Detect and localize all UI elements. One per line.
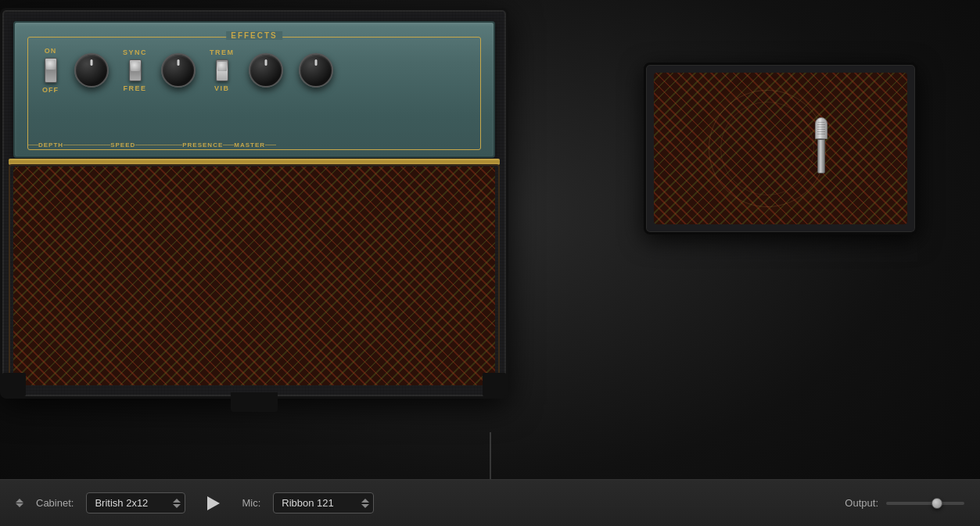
output-slider-thumb[interactable] (932, 498, 942, 509)
off-label: OFF (42, 86, 59, 94)
grille-area (13, 166, 495, 385)
corner-piece-right (483, 373, 506, 396)
output-slider[interactable] (886, 502, 964, 505)
on-off-group: ON OFF (36, 47, 59, 94)
mic-head (815, 117, 827, 139)
depth-label: DEPTH (38, 141, 63, 148)
output-area: Output: (845, 497, 964, 509)
vib-label: VIB (214, 84, 230, 92)
amp-body: EFFECTS ON OFF (0, 8, 508, 399)
play-icon (207, 496, 220, 510)
cabinet-stepper-down[interactable] (16, 503, 23, 507)
microphone[interactable] (814, 117, 828, 180)
master-knob[interactable] (299, 53, 333, 88)
on-label: ON (45, 47, 57, 55)
depth-knob[interactable] (74, 53, 109, 88)
mic-select-wrapper[interactable]: Ribbon 121Condenser 87Dynamic 57Condense… (273, 492, 374, 513)
free-label: FREE (124, 84, 147, 92)
trem-vib-group: TREM VIB (210, 48, 235, 92)
sync-free-group: SYNC FREE (123, 48, 147, 92)
speaker-cone-inner (720, 102, 814, 195)
corner-piece-left (2, 373, 26, 396)
effects-title: EFFECTS (226, 31, 282, 40)
play-button[interactable] (204, 494, 223, 513)
trem-label: TREM (210, 48, 235, 56)
amp-unit: EFFECTS ON OFF (0, 0, 516, 414)
sync-label: SYNC (123, 48, 147, 56)
cabinet-select[interactable]: British 2x12American 1x12British 4x12Ame… (86, 492, 185, 513)
mic-position-line (490, 432, 490, 479)
master-label: MASTER (234, 141, 265, 148)
effects-section: EFFECTS ON OFF (27, 37, 481, 150)
mic-label: Mic: (242, 497, 260, 509)
trem-toggle[interactable] (216, 59, 228, 81)
control-panel: EFFECTS ON OFF (13, 21, 495, 158)
small-cabinet (644, 63, 917, 234)
speed-label: SPEED (110, 141, 135, 148)
cabinet-label: Cabinet: (36, 497, 74, 509)
output-label: Output: (845, 497, 878, 509)
mic-select[interactable]: Ribbon 121Condenser 87Dynamic 57Condense… (273, 492, 374, 513)
presence-knob[interactable] (249, 53, 283, 88)
small-cabinet-body (644, 63, 917, 234)
bottom-bar: Cabinet: British 2x12American 1x12Britis… (0, 479, 980, 526)
cabinet-stepper[interactable] (16, 499, 23, 507)
speed-knob[interactable] (161, 53, 196, 88)
sync-toggle[interactable] (129, 59, 142, 81)
presence-label: PRESENCE (182, 141, 223, 148)
cabinet-stepper-up[interactable] (16, 499, 23, 503)
on-off-toggle[interactable] (45, 58, 57, 83)
grille-fabric (13, 166, 495, 385)
bottom-section-labels: DEPTH SPEED PRESENCE MASTER (15, 141, 494, 148)
connector-piece (231, 392, 278, 412)
mic-body (817, 139, 825, 174)
cabinet-reflection (644, 231, 917, 262)
cabinet-select-wrapper[interactable]: British 2x12American 1x12British 4x12Ame… (86, 492, 185, 513)
